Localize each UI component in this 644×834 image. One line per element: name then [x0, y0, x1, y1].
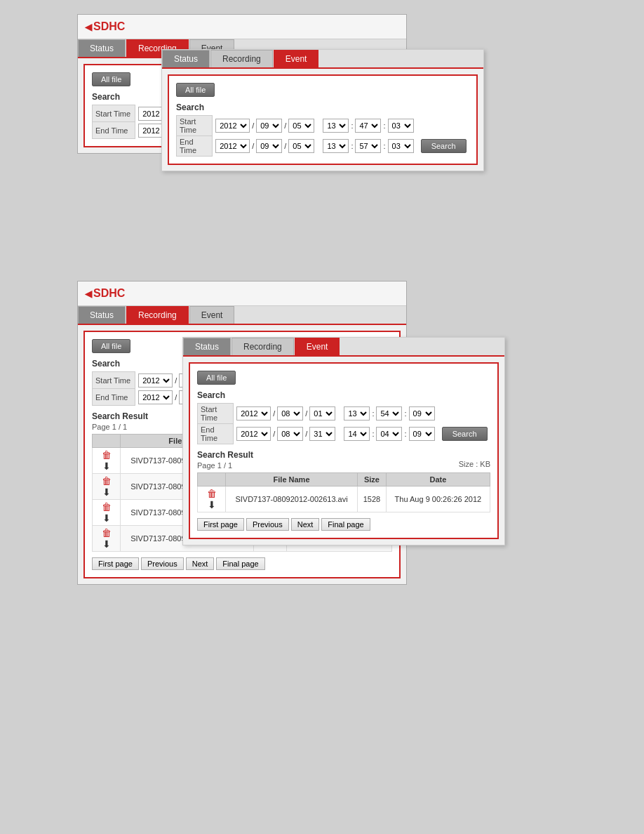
pagination-4: First pagePreviousNextFinal page — [197, 518, 490, 531]
end-hour-2[interactable]: 13 — [323, 139, 349, 153]
all-file-btn-2[interactable]: All file — [176, 83, 215, 97]
end-time-label-4: End Time — [198, 424, 234, 444]
content-2: All file Search Start Time 2012 / 09 / 0… — [168, 74, 478, 165]
search-btn-4[interactable]: Search — [442, 427, 488, 441]
all-file-btn-1[interactable]: All file — [92, 72, 130, 86]
download-icon[interactable]: ⬇ — [102, 512, 111, 524]
pagination-btn[interactable]: First page — [197, 518, 244, 531]
start-month-4[interactable]: 08 — [277, 406, 303, 421]
result-header-4: Search Result Page 1 / 1 Size : KB — [197, 450, 490, 470]
logo-bar-1: ◀ SDHC — [78, 15, 406, 39]
result-title-3: Search Result — [92, 411, 148, 421]
pagination-btn[interactable]: First page — [92, 557, 139, 570]
tab-3-recording[interactable]: Recording — [126, 306, 189, 324]
download-icon[interactable]: ⬇ — [208, 499, 216, 510]
end-sec-4[interactable]: 09 — [409, 427, 435, 441]
tab-3-status[interactable]: Status — [78, 306, 126, 324]
tab-2-event[interactable]: Event — [274, 50, 319, 67]
start-day-4[interactable]: 01 — [309, 406, 335, 421]
all-file-btn-3[interactable]: All file — [92, 339, 130, 353]
delete-icon[interactable]: 🗑 — [207, 488, 217, 499]
panel-4: Status Recording Event All file Search S… — [182, 337, 505, 545]
start-time-label-4: Start Time — [198, 404, 234, 424]
all-file-btn-4[interactable]: All file — [197, 371, 236, 385]
delete-icon[interactable]: 🗑 — [102, 475, 112, 486]
pagination-btn[interactable]: Previous — [141, 557, 184, 570]
end-day-4[interactable]: 31 — [309, 427, 335, 441]
tab-4-recording[interactable]: Recording — [232, 338, 294, 355]
pagination-btn[interactable]: Final page — [321, 518, 370, 531]
result-title-4: Search Result — [197, 450, 253, 460]
start-sec-4[interactable]: 09 — [409, 406, 435, 421]
search-label-4: Search — [197, 390, 490, 400]
end-hour-4[interactable]: 14 — [344, 427, 370, 441]
search-label-2: Search — [176, 102, 469, 112]
delete-icon[interactable]: 🗑 — [102, 449, 112, 461]
delete-icon[interactable]: 🗑 — [102, 501, 112, 512]
pagination-btn[interactable]: Previous — [246, 518, 289, 531]
end-month-4[interactable]: 08 — [277, 427, 303, 441]
start-year-4[interactable]: 2012 — [236, 406, 271, 421]
col-icons-3 — [93, 435, 121, 448]
col-size-4: Size — [358, 473, 387, 486]
start-sec-2[interactable]: 03 — [388, 119, 414, 133]
tab-4-status[interactable]: Status — [183, 338, 231, 355]
logo-icon-1: ◀ — [85, 22, 92, 32]
end-time-label-1: End Time — [93, 122, 135, 139]
start-hour-4[interactable]: 13 — [344, 406, 370, 421]
pagination-btn[interactable]: Next — [186, 557, 215, 570]
panel-2: Status Recording Event All file Search S… — [161, 49, 484, 171]
start-day-2[interactable]: 05 — [288, 119, 314, 133]
col-icons-4 — [198, 473, 226, 486]
start-time-label-3: Start Time — [93, 372, 135, 389]
search-table-4: Start Time 2012 / 08 / 01 13 : — [197, 403, 490, 444]
size-cell: 1528 — [358, 486, 387, 512]
start-month-2[interactable]: 09 — [256, 119, 282, 133]
start-min-4[interactable]: 54 — [376, 406, 402, 421]
size-label-4: Size : KB — [459, 460, 490, 470]
start-time-controls-2: 2012 / 09 / 05 13 : 47 : 03 — [215, 119, 466, 133]
end-sec-2[interactable]: 03 — [388, 139, 414, 153]
tab-2-status[interactable]: Status — [162, 50, 210, 67]
end-time-label-3: End Time — [93, 389, 135, 406]
page-info-4: Page 1 / 1 — [197, 461, 232, 470]
logo-text-3: SDHC — [93, 287, 125, 300]
tab-bar-4: Status Recording Event — [183, 338, 504, 357]
tab-2-recording[interactable]: Recording — [210, 50, 273, 67]
end-year-3[interactable]: 2012 — [138, 390, 173, 404]
download-icon[interactable]: ⬇ — [102, 486, 111, 498]
pagination-btn[interactable]: Next — [291, 518, 320, 531]
result-table-4: File Name Size Date 🗑 ⬇ SIVD7137-0809201… — [197, 472, 490, 512]
start-hour-2[interactable]: 13 — [323, 119, 349, 133]
end-month-2[interactable]: 09 — [256, 139, 282, 153]
content-4: All file Search Start Time 2012 / 08 / 0… — [189, 362, 499, 539]
date-cell: Thu Aug 9 00:26:26 2012 — [386, 486, 490, 512]
start-year-2[interactable]: 2012 — [215, 119, 250, 133]
search-btn-2[interactable]: Search — [421, 139, 467, 153]
file-name-cell: SIVD7137-08092012-002613.avi — [226, 486, 358, 512]
start-min-2[interactable]: 47 — [355, 119, 381, 133]
end-day-2[interactable]: 05 — [288, 139, 314, 153]
pagination-btn[interactable]: Final page — [216, 557, 264, 570]
pagination-3: First pagePreviousNextFinal page — [92, 557, 392, 570]
end-time-label-2: End Time — [177, 136, 213, 157]
start-time-label-1: Start Time — [93, 105, 135, 122]
end-min-2[interactable]: 57 — [355, 139, 381, 153]
col-date-4: Date — [386, 473, 490, 486]
start-year-3[interactable]: 2012 — [138, 373, 173, 388]
end-year-2[interactable]: 2012 — [215, 139, 250, 153]
download-icon[interactable]: ⬇ — [102, 461, 111, 472]
logo-icon-3: ◀ — [85, 289, 92, 299]
logo-text-1: SDHC — [93, 20, 125, 33]
table-row: 🗑 ⬇ SIVD7137-08092012-002613.avi 1528 Th… — [198, 486, 490, 512]
tab-4-event[interactable]: Event — [295, 338, 340, 355]
tab-3-event[interactable]: Event — [189, 306, 235, 324]
col-filename-4: File Name — [226, 473, 358, 486]
download-icon[interactable]: ⬇ — [102, 538, 111, 550]
end-year-4[interactable]: 2012 — [236, 427, 271, 441]
tab-bar-2: Status Recording Event — [162, 50, 483, 69]
page-info-3: Page 1 / 1 — [92, 423, 127, 431]
delete-icon[interactable]: 🗑 — [102, 527, 112, 538]
tab-1-status[interactable]: Status — [78, 39, 126, 57]
end-min-4[interactable]: 04 — [376, 427, 402, 441]
